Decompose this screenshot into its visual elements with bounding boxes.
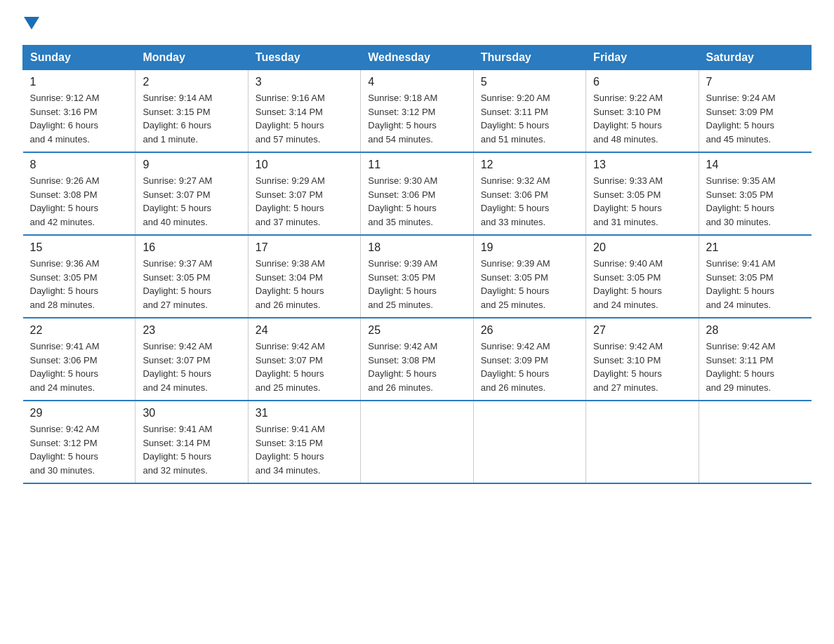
- column-header-friday: Friday: [586, 46, 699, 70]
- calendar-cell: 27Sunrise: 9:42 AMSunset: 3:10 PMDayligh…: [586, 318, 699, 401]
- day-info: Sunrise: 9:41 AMSunset: 3:05 PMDaylight:…: [706, 257, 805, 311]
- day-number: 10: [256, 159, 353, 171]
- calendar-cell: 5Sunrise: 9:20 AMSunset: 3:11 PMDaylight…: [473, 70, 585, 153]
- calendar-cell: 9Sunrise: 9:27 AMSunset: 3:07 PMDaylight…: [135, 152, 248, 235]
- day-info: Sunrise: 9:27 AMSunset: 3:07 PMDaylight:…: [143, 174, 240, 229]
- day-info: Sunrise: 9:42 AMSunset: 3:09 PMDaylight:…: [481, 340, 578, 394]
- column-header-sunday: Sunday: [23, 46, 135, 70]
- calendar-header-row: SundayMondayTuesdayWednesdayThursdayFrid…: [23, 46, 812, 70]
- column-header-tuesday: Tuesday: [248, 46, 360, 70]
- day-number: 20: [593, 241, 691, 254]
- calendar-cell: 24Sunrise: 9:42 AMSunset: 3:07 PMDayligh…: [248, 318, 360, 401]
- day-number: 12: [481, 159, 578, 171]
- day-info: Sunrise: 9:40 AMSunset: 3:05 PMDaylight:…: [593, 257, 691, 311]
- day-info: Sunrise: 9:41 AMSunset: 3:14 PMDaylight:…: [143, 422, 240, 477]
- calendar-cell: 15Sunrise: 9:36 AMSunset: 3:05 PMDayligh…: [23, 235, 135, 318]
- day-number: 3: [256, 76, 353, 88]
- day-number: 11: [368, 159, 465, 171]
- day-info: Sunrise: 9:29 AMSunset: 3:07 PMDaylight:…: [256, 174, 353, 229]
- calendar-cell: 25Sunrise: 9:42 AMSunset: 3:08 PMDayligh…: [361, 318, 473, 401]
- calendar-cell: 23Sunrise: 9:42 AMSunset: 3:07 PMDayligh…: [135, 318, 248, 401]
- column-header-thursday: Thursday: [473, 46, 585, 70]
- day-number: 17: [256, 241, 353, 254]
- day-info: Sunrise: 9:37 AMSunset: 3:05 PMDaylight:…: [143, 257, 240, 311]
- day-info: Sunrise: 9:39 AMSunset: 3:05 PMDaylight:…: [368, 257, 465, 311]
- calendar-cell: 3Sunrise: 9:16 AMSunset: 3:14 PMDaylight…: [248, 70, 360, 153]
- calendar-cell: 2Sunrise: 9:14 AMSunset: 3:15 PMDaylight…: [135, 70, 248, 153]
- day-number: 13: [593, 159, 691, 171]
- calendar-cell: 14Sunrise: 9:35 AMSunset: 3:05 PMDayligh…: [699, 152, 811, 235]
- calendar-cell: 20Sunrise: 9:40 AMSunset: 3:05 PMDayligh…: [586, 235, 699, 318]
- day-info: Sunrise: 9:36 AMSunset: 3:05 PMDaylight:…: [30, 257, 128, 311]
- calendar-cell: 30Sunrise: 9:41 AMSunset: 3:14 PMDayligh…: [135, 401, 248, 483]
- calendar-week-row: 29Sunrise: 9:42 AMSunset: 3:12 PMDayligh…: [23, 401, 812, 483]
- calendar-cell: 21Sunrise: 9:41 AMSunset: 3:05 PMDayligh…: [699, 235, 811, 318]
- calendar-cell: 7Sunrise: 9:24 AMSunset: 3:09 PMDaylight…: [699, 70, 811, 153]
- day-info: Sunrise: 9:42 AMSunset: 3:07 PMDaylight:…: [143, 340, 240, 394]
- day-info: Sunrise: 9:32 AMSunset: 3:06 PMDaylight:…: [481, 174, 578, 229]
- calendar-cell: 6Sunrise: 9:22 AMSunset: 3:10 PMDaylight…: [586, 70, 699, 153]
- day-number: 29: [30, 407, 128, 420]
- day-number: 9: [143, 159, 240, 171]
- day-number: 16: [143, 241, 240, 254]
- svg-marker-0: [24, 17, 39, 29]
- day-number: 24: [256, 324, 353, 337]
- calendar-cell: 12Sunrise: 9:32 AMSunset: 3:06 PMDayligh…: [473, 152, 585, 235]
- calendar-cell: 17Sunrise: 9:38 AMSunset: 3:04 PMDayligh…: [248, 235, 360, 318]
- calendar-cell: 10Sunrise: 9:29 AMSunset: 3:07 PMDayligh…: [248, 152, 360, 235]
- calendar-table: SundayMondayTuesdayWednesdayThursdayFrid…: [22, 45, 812, 484]
- calendar-week-row: 15Sunrise: 9:36 AMSunset: 3:05 PMDayligh…: [23, 235, 812, 318]
- calendar-cell: [699, 401, 811, 483]
- calendar-cell: [586, 401, 699, 483]
- logo-triangle-icon: [24, 17, 39, 29]
- calendar-week-row: 8Sunrise: 9:26 AMSunset: 3:08 PMDaylight…: [23, 152, 812, 235]
- day-number: 8: [30, 159, 128, 171]
- column-header-saturday: Saturday: [699, 46, 811, 70]
- day-info: Sunrise: 9:22 AMSunset: 3:10 PMDaylight:…: [593, 91, 691, 146]
- calendar-cell: 8Sunrise: 9:26 AMSunset: 3:08 PMDaylight…: [23, 152, 135, 235]
- column-header-wednesday: Wednesday: [361, 46, 473, 70]
- day-number: 27: [593, 324, 691, 337]
- day-number: 22: [30, 324, 128, 337]
- day-info: Sunrise: 9:42 AMSunset: 3:08 PMDaylight:…: [368, 340, 465, 394]
- day-info: Sunrise: 9:18 AMSunset: 3:12 PMDaylight:…: [368, 91, 465, 146]
- day-number: 7: [706, 76, 805, 88]
- calendar-cell: [473, 401, 585, 483]
- calendar-cell: 29Sunrise: 9:42 AMSunset: 3:12 PMDayligh…: [23, 401, 135, 483]
- day-info: Sunrise: 9:42 AMSunset: 3:11 PMDaylight:…: [706, 340, 805, 394]
- day-number: 2: [143, 76, 240, 88]
- day-number: 14: [706, 159, 805, 171]
- day-number: 30: [143, 407, 240, 420]
- day-info: Sunrise: 9:42 AMSunset: 3:10 PMDaylight:…: [593, 340, 691, 394]
- day-info: Sunrise: 9:35 AMSunset: 3:05 PMDaylight:…: [706, 174, 805, 229]
- day-number: 26: [481, 324, 578, 337]
- logo: [22, 17, 39, 32]
- day-info: Sunrise: 9:33 AMSunset: 3:05 PMDaylight:…: [593, 174, 691, 229]
- calendar-cell: [361, 401, 473, 483]
- day-info: Sunrise: 9:38 AMSunset: 3:04 PMDaylight:…: [256, 257, 353, 311]
- day-info: Sunrise: 9:41 AMSunset: 3:06 PMDaylight:…: [30, 340, 128, 394]
- calendar-week-row: 22Sunrise: 9:41 AMSunset: 3:06 PMDayligh…: [23, 318, 812, 401]
- day-number: 28: [706, 324, 805, 337]
- calendar-cell: 28Sunrise: 9:42 AMSunset: 3:11 PMDayligh…: [699, 318, 811, 401]
- day-number: 21: [706, 241, 805, 254]
- column-header-monday: Monday: [135, 46, 248, 70]
- day-number: 31: [256, 407, 353, 420]
- calendar-cell: 19Sunrise: 9:39 AMSunset: 3:05 PMDayligh…: [473, 235, 585, 318]
- day-info: Sunrise: 9:12 AMSunset: 3:16 PMDaylight:…: [30, 91, 128, 146]
- day-number: 1: [30, 76, 128, 88]
- day-info: Sunrise: 9:30 AMSunset: 3:06 PMDaylight:…: [368, 174, 465, 229]
- calendar-cell: 16Sunrise: 9:37 AMSunset: 3:05 PMDayligh…: [135, 235, 248, 318]
- calendar-cell: 1Sunrise: 9:12 AMSunset: 3:16 PMDaylight…: [23, 70, 135, 153]
- day-info: Sunrise: 9:41 AMSunset: 3:15 PMDaylight:…: [256, 422, 353, 477]
- day-info: Sunrise: 9:24 AMSunset: 3:09 PMDaylight:…: [706, 91, 805, 146]
- day-number: 18: [368, 241, 465, 254]
- day-info: Sunrise: 9:42 AMSunset: 3:07 PMDaylight:…: [256, 340, 353, 394]
- calendar-cell: 18Sunrise: 9:39 AMSunset: 3:05 PMDayligh…: [361, 235, 473, 318]
- calendar-week-row: 1Sunrise: 9:12 AMSunset: 3:16 PMDaylight…: [23, 70, 812, 153]
- day-info: Sunrise: 9:39 AMSunset: 3:05 PMDaylight:…: [481, 257, 578, 311]
- day-info: Sunrise: 9:42 AMSunset: 3:12 PMDaylight:…: [30, 422, 128, 477]
- day-number: 23: [143, 324, 240, 337]
- day-info: Sunrise: 9:16 AMSunset: 3:14 PMDaylight:…: [256, 91, 353, 146]
- calendar-cell: 13Sunrise: 9:33 AMSunset: 3:05 PMDayligh…: [586, 152, 699, 235]
